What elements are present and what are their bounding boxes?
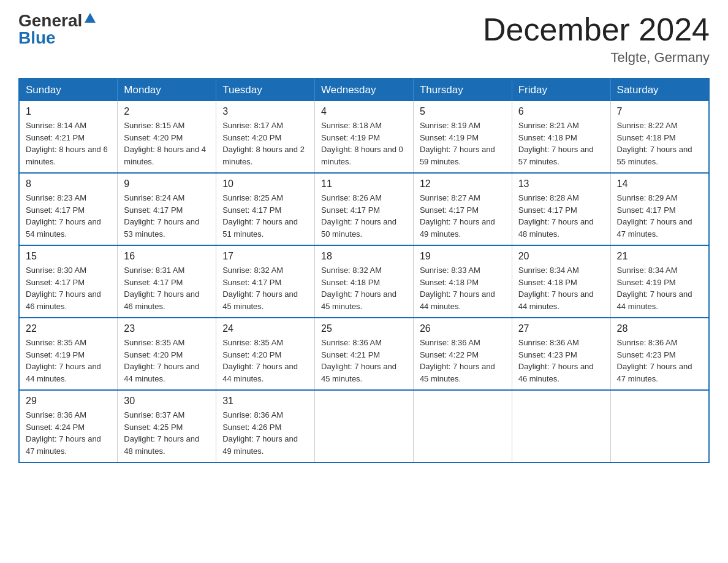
day-number: 13 [518,178,604,190]
calendar-cell: 29Sunrise: 8:36 AMSunset: 4:24 PMDayligh… [19,390,118,462]
day-number: 25 [321,323,407,334]
calendar-cell: 6Sunrise: 8:21 AMSunset: 4:18 PMDaylight… [512,101,610,173]
day-info: Sunrise: 8:36 AMSunset: 4:22 PMDaylight:… [420,337,506,385]
day-number: 12 [420,178,506,190]
calendar-week-row: 15Sunrise: 8:30 AMSunset: 4:17 PMDayligh… [19,245,709,318]
calendar-cell: 13Sunrise: 8:28 AMSunset: 4:17 PMDayligh… [512,173,610,245]
calendar-cell: 9Sunrise: 8:24 AMSunset: 4:17 PMDaylight… [118,173,216,245]
day-info: Sunrise: 8:21 AMSunset: 4:18 PMDaylight:… [518,120,604,167]
calendar-cell: 3Sunrise: 8:17 AMSunset: 4:20 PMDaylight… [216,101,315,173]
weekday-header-saturday: Saturday [610,79,709,101]
day-info: Sunrise: 8:18 AMSunset: 4:19 PMDaylight:… [321,120,407,167]
calendar-cell: 30Sunrise: 8:37 AMSunset: 4:25 PMDayligh… [118,390,216,462]
calendar-cell [512,390,610,462]
day-number: 28 [617,323,702,334]
calendar-header-row: SundayMondayTuesdayWednesdayThursdayFrid… [19,79,709,101]
day-info: Sunrise: 8:14 AMSunset: 4:21 PMDaylight:… [26,120,111,167]
day-number: 7 [617,106,702,117]
day-number: 23 [124,323,210,334]
day-number: 24 [222,323,308,334]
day-number: 20 [518,251,604,262]
weekday-header-wednesday: Wednesday [315,79,414,101]
calendar-cell: 10Sunrise: 8:25 AMSunset: 4:17 PMDayligh… [216,173,315,245]
calendar-week-row: 1Sunrise: 8:14 AMSunset: 4:21 PMDaylight… [19,101,709,173]
month-title: December 2024 [483,12,710,47]
day-info: Sunrise: 8:32 AMSunset: 4:17 PMDaylight:… [222,264,308,312]
calendar-week-row: 29Sunrise: 8:36 AMSunset: 4:24 PMDayligh… [19,390,709,462]
day-number: 29 [26,396,111,407]
day-number: 26 [420,323,506,334]
day-info: Sunrise: 8:17 AMSunset: 4:20 PMDaylight:… [222,120,308,167]
calendar-cell: 25Sunrise: 8:36 AMSunset: 4:21 PMDayligh… [315,318,414,390]
day-number: 10 [222,178,308,190]
calendar-cell: 16Sunrise: 8:31 AMSunset: 4:17 PMDayligh… [118,245,216,318]
day-info: Sunrise: 8:35 AMSunset: 4:20 PMDaylight:… [124,337,210,385]
page-header: General Blue December 2024 Telgte, Germa… [18,12,710,66]
day-number: 15 [26,251,111,262]
day-info: Sunrise: 8:30 AMSunset: 4:17 PMDaylight:… [26,264,111,312]
calendar-cell: 27Sunrise: 8:36 AMSunset: 4:23 PMDayligh… [512,318,610,390]
day-info: Sunrise: 8:25 AMSunset: 4:17 PMDaylight:… [222,192,308,240]
day-number: 8 [26,178,111,190]
day-info: Sunrise: 8:32 AMSunset: 4:18 PMDaylight:… [321,264,407,312]
day-number: 30 [124,396,210,407]
logo-arrow-icon [83,12,97,25]
day-number: 2 [124,106,210,117]
calendar-cell: 24Sunrise: 8:35 AMSunset: 4:20 PMDayligh… [216,318,315,390]
day-info: Sunrise: 8:28 AMSunset: 4:17 PMDaylight:… [518,192,604,240]
day-info: Sunrise: 8:33 AMSunset: 4:18 PMDaylight:… [420,264,506,312]
day-number: 9 [124,178,210,190]
day-info: Sunrise: 8:34 AMSunset: 4:19 PMDaylight:… [617,264,702,312]
day-number: 5 [420,106,506,117]
calendar-cell: 31Sunrise: 8:36 AMSunset: 4:26 PMDayligh… [216,390,315,462]
day-number: 1 [26,106,111,117]
location-label: Telgte, Germany [483,50,710,66]
day-number: 22 [26,323,111,334]
calendar-cell: 15Sunrise: 8:30 AMSunset: 4:17 PMDayligh… [19,245,118,318]
day-info: Sunrise: 8:36 AMSunset: 4:23 PMDaylight:… [518,337,604,385]
day-number: 3 [222,106,308,117]
day-info: Sunrise: 8:22 AMSunset: 4:18 PMDaylight:… [617,120,702,167]
calendar-cell: 17Sunrise: 8:32 AMSunset: 4:17 PMDayligh… [216,245,315,318]
calendar-cell: 12Sunrise: 8:27 AMSunset: 4:17 PMDayligh… [413,173,512,245]
day-info: Sunrise: 8:19 AMSunset: 4:19 PMDaylight:… [420,120,506,167]
day-number: 16 [124,251,210,262]
weekday-header-thursday: Thursday [413,79,512,101]
day-info: Sunrise: 8:36 AMSunset: 4:24 PMDaylight:… [26,409,111,457]
day-number: 27 [518,323,604,334]
calendar-cell: 7Sunrise: 8:22 AMSunset: 4:18 PMDaylight… [610,101,709,173]
calendar-cell: 2Sunrise: 8:15 AMSunset: 4:20 PMDaylight… [118,101,216,173]
svg-marker-0 [85,13,96,23]
day-number: 31 [222,396,308,407]
day-info: Sunrise: 8:34 AMSunset: 4:18 PMDaylight:… [518,264,604,312]
calendar-cell [413,390,512,462]
logo: General Blue [18,12,97,47]
day-info: Sunrise: 8:23 AMSunset: 4:17 PMDaylight:… [26,192,111,240]
calendar-cell: 23Sunrise: 8:35 AMSunset: 4:20 PMDayligh… [118,318,216,390]
day-number: 21 [617,251,702,262]
day-info: Sunrise: 8:35 AMSunset: 4:19 PMDaylight:… [26,337,111,385]
day-info: Sunrise: 8:37 AMSunset: 4:25 PMDaylight:… [124,409,210,457]
logo-general-text: General [18,12,82,29]
day-info: Sunrise: 8:36 AMSunset: 4:23 PMDaylight:… [617,337,702,385]
calendar-cell: 5Sunrise: 8:19 AMSunset: 4:19 PMDaylight… [413,101,512,173]
weekday-header-tuesday: Tuesday [216,79,315,101]
calendar-week-row: 22Sunrise: 8:35 AMSunset: 4:19 PMDayligh… [19,318,709,390]
day-info: Sunrise: 8:15 AMSunset: 4:20 PMDaylight:… [124,120,210,167]
calendar-cell: 20Sunrise: 8:34 AMSunset: 4:18 PMDayligh… [512,245,610,318]
day-info: Sunrise: 8:27 AMSunset: 4:17 PMDaylight:… [420,192,506,240]
day-info: Sunrise: 8:31 AMSunset: 4:17 PMDaylight:… [124,264,210,312]
weekday-header-friday: Friday [512,79,610,101]
calendar-cell: 8Sunrise: 8:23 AMSunset: 4:17 PMDaylight… [19,173,118,245]
calendar-table: SundayMondayTuesdayWednesdayThursdayFrid… [18,78,710,463]
weekday-header-sunday: Sunday [19,79,118,101]
day-info: Sunrise: 8:29 AMSunset: 4:17 PMDaylight:… [617,192,702,240]
calendar-cell: 18Sunrise: 8:32 AMSunset: 4:18 PMDayligh… [315,245,414,318]
day-number: 6 [518,106,604,117]
title-section: December 2024 Telgte, Germany [483,12,710,66]
calendar-week-row: 8Sunrise: 8:23 AMSunset: 4:17 PMDaylight… [19,173,709,245]
calendar-cell: 14Sunrise: 8:29 AMSunset: 4:17 PMDayligh… [610,173,709,245]
calendar-cell: 22Sunrise: 8:35 AMSunset: 4:19 PMDayligh… [19,318,118,390]
calendar-cell [610,390,709,462]
calendar-cell: 19Sunrise: 8:33 AMSunset: 4:18 PMDayligh… [413,245,512,318]
